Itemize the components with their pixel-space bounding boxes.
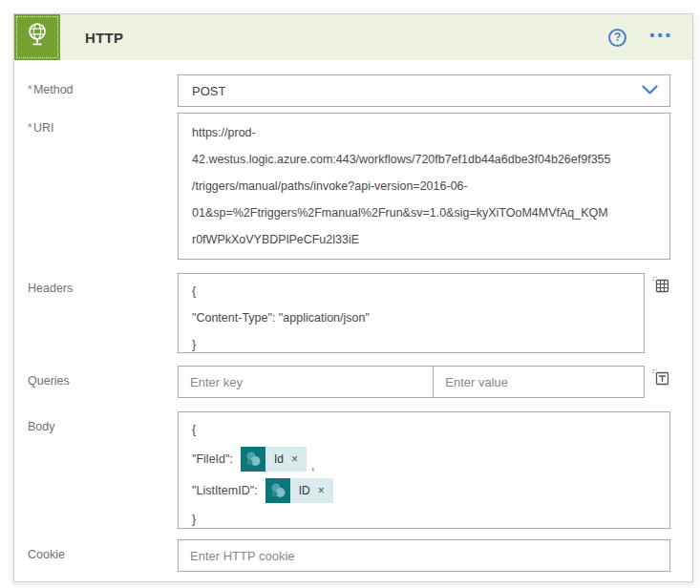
query-key-input[interactable] [178, 366, 434, 398]
uri-row: *URI https://prod- 42.westus.logic.azure… [28, 113, 670, 260]
remove-token-button[interactable]: × [315, 484, 333, 497]
switch-queries-to-text-button[interactable] [651, 368, 670, 387]
body-entry-suffix: , [311, 459, 314, 474]
uri-line: 01&sp=%2Ftriggers%2Fmanual%2Frun&sv=1.0&… [192, 200, 656, 226]
uri-line: 42.westus.logic.azure.com:443/workflows/… [192, 146, 656, 173]
sharepoint-icon [265, 478, 290, 503]
uri-label: *URI [28, 113, 178, 135]
remove-token-button[interactable]: × [288, 452, 307, 466]
headers-line: } [192, 331, 630, 358]
uri-line: /triggers/manual/paths/invoke?api-versio… [192, 173, 656, 200]
uri-input[interactable]: https://prod- 42.westus.logic.azure.com:… [178, 113, 670, 260]
globe-icon [23, 20, 52, 54]
token-label: Id [265, 452, 288, 466]
queries-row: Queries [28, 366, 670, 398]
uri-line: r0fWPkXoVYBDPlPeCFu2l33iE [192, 226, 656, 253]
dynamic-content-token[interactable]: Id × [241, 447, 307, 472]
switch-headers-to-key-value-button[interactable] [651, 275, 670, 294]
http-action-card: HTTP ? ••• *Method [13, 13, 693, 582]
card-form: *Method POST *URI [14, 60, 692, 572]
body-open-brace: { [192, 416, 656, 443]
cookie-label: Cookie [28, 539, 178, 561]
header-actions: ? ••• [608, 28, 673, 48]
http-connector-tile [14, 14, 60, 60]
text-mode-icon [651, 375, 670, 389]
queries-label: Queries [28, 366, 178, 388]
required-asterisk: * [28, 83, 32, 96]
help-button[interactable]: ? [608, 29, 626, 47]
token-label: ID [290, 484, 315, 497]
uri-line: https://prod- [192, 119, 656, 146]
method-dropdown[interactable]: POST [178, 74, 670, 107]
canvas: HTTP ? ••• *Method [0, 0, 700, 588]
ellipsis-icon: ••• [649, 27, 673, 43]
headers-row: Headers { "Content-Type": "application/j… [28, 273, 670, 353]
headers-input[interactable]: { "Content-Type": "application/json" } [178, 273, 645, 353]
body-entry: "FileId": Id × [192, 443, 656, 474]
body-row: Body { "FileId": [28, 411, 670, 529]
method-label: *Method [28, 74, 178, 96]
cookie-input[interactable] [178, 539, 670, 572]
body-entry-key: "FileId": [192, 452, 233, 466]
chevron-down-icon [642, 82, 658, 99]
body-entry-key: "ListItemID": [192, 484, 258, 497]
card-header[interactable]: HTTP ? ••• [14, 14, 692, 60]
query-value-input[interactable] [433, 366, 645, 398]
card-title: HTTP [85, 30, 123, 46]
method-row: *Method POST [28, 74, 670, 107]
cookie-row: Cookie [28, 539, 670, 572]
table-grid-icon [651, 283, 670, 297]
body-input[interactable]: { "FileId": [178, 411, 670, 529]
header-bar[interactable]: HTTP ? ••• [60, 14, 692, 60]
body-close-brace: } [192, 506, 656, 533]
dynamic-content-token[interactable]: ID × [265, 478, 333, 503]
headers-line: { [192, 278, 630, 304]
body-label: Body [28, 411, 178, 433]
sharepoint-icon [241, 447, 265, 472]
body-entry: "ListItemID": ID × [192, 474, 656, 506]
method-value: POST [192, 84, 642, 98]
headers-label: Headers [28, 273, 178, 295]
question-mark-icon: ? [614, 31, 621, 44]
required-asterisk: * [28, 121, 32, 135]
menu-button[interactable]: ••• [649, 28, 673, 48]
headers-line: "Content-Type": "application/json" [192, 304, 630, 331]
